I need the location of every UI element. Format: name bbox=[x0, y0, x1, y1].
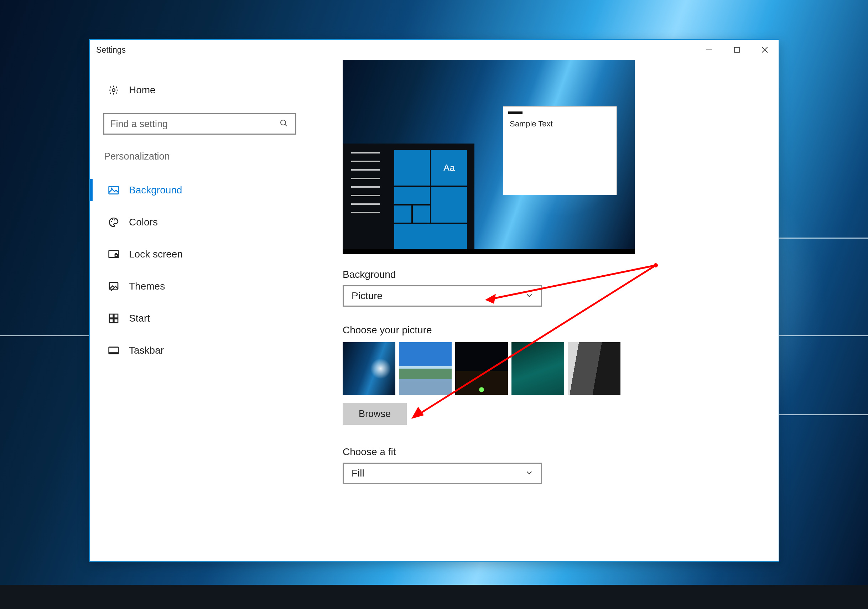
preview-start-menu: Aa bbox=[343, 144, 474, 254]
background-value: Picture bbox=[352, 290, 383, 302]
background-label: Background bbox=[343, 269, 779, 280]
svg-point-5 bbox=[281, 120, 286, 125]
chevron-down-icon bbox=[525, 469, 533, 478]
choose-fit-label: Choose a fit bbox=[343, 446, 779, 458]
start-icon bbox=[108, 312, 120, 324]
section-label: Personalization bbox=[90, 151, 307, 162]
sidebar-item-lockscreen[interactable]: Lock screen bbox=[90, 238, 307, 270]
chevron-down-icon bbox=[525, 291, 533, 301]
settings-window: Settings Home bbox=[89, 39, 779, 562]
themes-icon bbox=[108, 280, 120, 292]
home-button[interactable]: Home bbox=[90, 77, 307, 102]
preview-sample-text: Sample Text bbox=[503, 119, 617, 129]
sidebar-item-background[interactable]: Background bbox=[90, 174, 307, 206]
svg-point-10 bbox=[112, 219, 113, 220]
picture-thumbnail[interactable] bbox=[455, 342, 508, 395]
choose-picture-label: Choose your picture bbox=[343, 324, 779, 336]
sidebar-item-label: Colors bbox=[129, 217, 158, 228]
picture-thumbnail[interactable] bbox=[512, 342, 564, 395]
window-controls bbox=[695, 40, 779, 60]
preview-tile-aa: Aa bbox=[431, 150, 467, 186]
minimize-button[interactable] bbox=[695, 40, 723, 60]
svg-point-9 bbox=[111, 221, 112, 222]
svg-point-8 bbox=[111, 188, 113, 189]
svg-rect-18 bbox=[114, 319, 118, 323]
picture-thumbnail[interactable] bbox=[343, 342, 395, 395]
browse-label: Browse bbox=[359, 409, 391, 420]
sidebar-item-taskbar[interactable]: Taskbar bbox=[90, 335, 307, 366]
preview-taskbar bbox=[343, 249, 635, 254]
search-input[interactable]: Find a setting bbox=[103, 113, 296, 135]
preview-menu-lines bbox=[351, 152, 380, 220]
svg-rect-1 bbox=[735, 47, 739, 52]
sidebar-item-start[interactable]: Start bbox=[90, 302, 307, 335]
sidebar-item-colors[interactable]: Colors bbox=[90, 206, 307, 238]
svg-rect-15 bbox=[109, 314, 113, 318]
desktop-background: Settings Home bbox=[0, 0, 868, 609]
search-placeholder: Find a setting bbox=[110, 119, 168, 130]
browse-button[interactable]: Browse bbox=[343, 403, 407, 425]
close-button[interactable] bbox=[751, 40, 779, 60]
picture-thumbnails bbox=[343, 342, 779, 395]
desktop-preview: Aa Sample Text bbox=[343, 60, 635, 254]
picture-icon bbox=[108, 184, 120, 196]
maximize-button[interactable] bbox=[723, 40, 751, 60]
palette-icon bbox=[108, 216, 120, 228]
fit-value: Fill bbox=[352, 468, 364, 479]
svg-point-4 bbox=[112, 89, 115, 91]
picture-thumbnail[interactable] bbox=[399, 342, 452, 395]
sidebar-item-label: Start bbox=[129, 313, 150, 324]
home-label: Home bbox=[129, 84, 156, 96]
svg-rect-16 bbox=[114, 314, 118, 318]
taskbar-icon bbox=[108, 344, 120, 356]
svg-rect-17 bbox=[109, 319, 113, 323]
svg-line-6 bbox=[285, 124, 287, 126]
lockscreen-icon bbox=[108, 248, 120, 260]
picture-thumbnail[interactable] bbox=[568, 342, 620, 395]
fit-dropdown[interactable]: Fill bbox=[343, 463, 542, 484]
search-icon bbox=[280, 119, 288, 129]
preview-sample-window: Sample Text bbox=[503, 106, 617, 195]
content: Aa Sample Text Background Picture bbox=[307, 60, 779, 561]
sidebar-item-label: Themes bbox=[129, 280, 165, 292]
sidebar-item-label: Background bbox=[129, 184, 182, 196]
gear-icon bbox=[108, 84, 120, 96]
sidebar-item-themes[interactable]: Themes bbox=[90, 270, 307, 302]
background-dropdown[interactable]: Picture bbox=[343, 285, 542, 307]
svg-point-11 bbox=[114, 219, 115, 220]
svg-rect-13 bbox=[115, 255, 118, 256]
window-title: Settings bbox=[96, 45, 126, 55]
titlebar: Settings bbox=[90, 40, 779, 60]
sidebar-item-label: Lock screen bbox=[129, 249, 183, 260]
sidebar: Home Find a setting Personalization Back… bbox=[90, 60, 307, 561]
taskbar[interactable] bbox=[0, 585, 868, 609]
sidebar-item-label: Taskbar bbox=[129, 345, 164, 356]
